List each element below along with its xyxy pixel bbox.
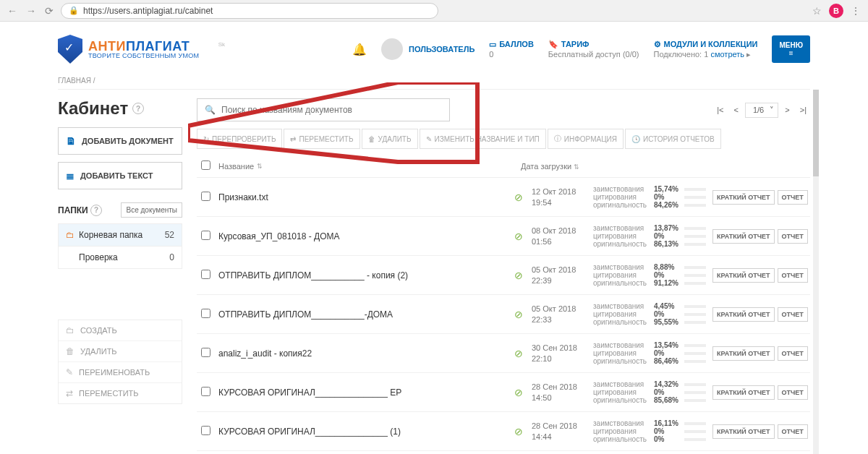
main-content: 🔍 |< < 1/6 ˅ > >| ↻ПЕРЕПРОВЕРИТЬ ⇄ПЕРЕМЕ… <box>197 98 810 454</box>
similarity-stats: заимствования14,32% цитирования0% оригин… <box>593 380 712 404</box>
row-checkbox[interactable] <box>201 309 210 318</box>
col-date[interactable]: Дата загрузки ⇅ <box>521 162 582 171</box>
pager-display[interactable]: 1/6 ˅ <box>745 103 778 118</box>
tariff-block[interactable]: 🔖ТАРИФ Бесплатный доступ (0/0) <box>548 39 639 60</box>
short-report-button[interactable]: КРАТКИЙ ОТЧЕТ <box>712 424 775 439</box>
full-report-button[interactable]: ОТЧЕТ <box>778 307 808 322</box>
scrollbar[interactable] <box>813 90 819 454</box>
tool-rename[interactable]: ✎ИЗМЕНИТЬ НАЗВАНИЕ И ТИП <box>420 129 546 149</box>
help-icon[interactable]: ? <box>90 205 102 216</box>
profile-avatar[interactable]: B <box>829 4 843 18</box>
document-name[interactable]: КУРСОВАЯ ОРИГИНАЛ_______________ (1) <box>218 427 514 437</box>
tag-icon: 🔖 <box>548 39 558 49</box>
help-icon[interactable]: ? <box>132 103 144 114</box>
status-ok-icon: ⊘ <box>514 192 532 203</box>
short-report-button[interactable]: КРАТКИЙ ОТЧЕТ <box>712 385 775 400</box>
breadcrumb[interactable]: ГЛАВНАЯ / <box>58 72 810 90</box>
row-checkbox[interactable] <box>201 270 210 279</box>
status-ok-icon: ⊘ <box>514 387 532 398</box>
folder-rename-button[interactable]: ✎ПЕРЕИМЕНОВАТЬ <box>59 362 182 383</box>
full-report-button[interactable]: ОТЧЕТ <box>778 190 808 205</box>
full-report-button[interactable]: ОТЧЕТ <box>778 268 808 283</box>
document-name[interactable]: ОТПРАВИТЬ ДИПЛОМ___________-ДОМА <box>218 309 514 320</box>
upload-date: 28 Сен 201814:50 <box>532 382 593 403</box>
row-checkbox[interactable] <box>201 387 210 396</box>
similarity-stats: заимствования16,11% цитирования0% оригин… <box>593 419 712 443</box>
folder-add-icon: 🗀 <box>66 325 75 335</box>
status-ok-icon: ⊘ <box>514 348 532 359</box>
tool-info[interactable]: ⓘИНФОРМАЦИЯ <box>548 129 624 149</box>
balance-block[interactable]: ▭БАЛЛОВ 0 <box>489 39 534 60</box>
table-footer: 52 документа Показывать по 10 20 50 100 … <box>197 451 810 454</box>
folder-delete-button[interactable]: 🗑УДАЛИТЬ <box>59 341 182 362</box>
tool-delete[interactable]: 🗑УДАЛИТЬ <box>362 129 418 149</box>
short-report-button[interactable]: КРАТКИЙ ОТЧЕТ <box>712 307 775 322</box>
shield-icon <box>58 35 82 64</box>
folder-create-button[interactable]: 🗀СОЗДАТЬ <box>59 320 182 341</box>
full-report-button[interactable]: ОТЧЕТ <box>778 385 808 400</box>
modules-block[interactable]: ⚙МОДУЛИ И КОЛЛЕКЦИИ Подключено: 1 смотре… <box>654 39 758 60</box>
folder-sub[interactable]: Проверка 0 <box>59 246 182 268</box>
documents-list: Признаки.txt ⊘ 12 Окт 201819:54 заимство… <box>197 178 810 451</box>
trash-icon: 🗑 <box>368 135 375 143</box>
document-name[interactable]: Курсовая_УП_081018 - ДОМА <box>218 231 514 241</box>
pager-next[interactable]: > <box>781 103 793 116</box>
document-name[interactable]: ОТПРАВИТЬ ДИПЛОМ___________ - копия (2) <box>218 270 514 280</box>
add-text-button[interactable]: ≣ ДОБАВИТЬ ТЕКСТ <box>58 162 182 189</box>
document-name[interactable]: КУРСОВАЯ ОРИГИНАЛ_______________ ЕР <box>218 387 514 398</box>
short-report-button[interactable]: КРАТКИЙ ОТЧЕТ <box>712 229 775 244</box>
full-report-button[interactable]: ОТЧЕТ <box>778 346 808 361</box>
menu-button[interactable]: МЕНЮ≡ <box>772 35 810 63</box>
folder-tree: 🗀Корневая папка 52 Проверка 0 <box>58 223 182 269</box>
forward-icon[interactable]: → <box>25 4 38 18</box>
select-all-checkbox[interactable] <box>201 160 210 170</box>
status-ok-icon: ⊘ <box>514 426 532 437</box>
col-name[interactable]: Название⇅ <box>218 162 503 171</box>
table-header: Название⇅ Дата загрузки ⇅ <box>197 155 810 178</box>
url-bar[interactable]: 🔒 https://users.antiplagiat.ru/cabinet <box>61 3 438 19</box>
browser-menu-icon[interactable]: ⋮ <box>849 4 862 18</box>
tool-history[interactable]: 🕓ИСТОРИЯ ОТЧЕТОВ <box>625 129 721 149</box>
similarity-stats: заимствования13,87% цитирования0% оригин… <box>593 224 712 248</box>
short-report-button[interactable]: КРАТКИЙ ОТЧЕТ <box>712 190 775 205</box>
row-checkbox[interactable] <box>201 192 210 201</box>
full-report-button[interactable]: ОТЧЕТ <box>778 229 808 244</box>
all-documents-button[interactable]: Все документы <box>121 202 182 218</box>
folder-actions: 🗀СОЗДАТЬ 🗑УДАЛИТЬ ✎ПЕРЕИМЕНОВАТЬ ⇄ПЕРЕМЕ… <box>58 320 182 404</box>
folder-root[interactable]: 🗀Корневая папка 52 <box>59 224 182 246</box>
pencil-icon: ✎ <box>66 367 73 377</box>
row-checkbox[interactable] <box>201 348 210 357</box>
bell-icon[interactable]: 🔔 <box>352 43 367 56</box>
sort-icon: ⇅ <box>257 163 263 170</box>
logo[interactable]: АНТИПЛАГИАТ ТВОРИТЕ СОБСТВЕННЫМ УМОМ <box>58 35 199 64</box>
short-report-button[interactable]: КРАТКИЙ ОТЧЕТ <box>712 346 775 361</box>
star-icon[interactable]: ☆ <box>811 4 823 18</box>
search-input[interactable] <box>221 105 442 115</box>
full-report-button[interactable]: ОТЧЕТ <box>778 424 808 439</box>
row-checkbox[interactable] <box>201 231 210 240</box>
row-checkbox[interactable] <box>201 426 210 435</box>
document-toolbar: ↻ПЕРЕПРОВЕРИТЬ ⇄ПЕРЕМЕСТИТЬ 🗑УДАЛИТЬ ✎ИЗ… <box>197 129 810 149</box>
table-row: Курсовая_УП_081018 - ДОМА ⊘ 08 Окт 20180… <box>197 217 810 256</box>
add-document-button[interactable]: 🗎 ДОБАВИТЬ ДОКУМЕНТ <box>58 127 182 155</box>
tool-move[interactable]: ⇄ПЕРЕМЕСТИТЬ <box>284 129 359 149</box>
back-icon[interactable]: ← <box>6 4 19 18</box>
pager-last[interactable]: >| <box>796 103 810 116</box>
pager-first[interactable]: |< <box>713 103 727 116</box>
user-block[interactable]: ПОЛЬЗОВАТЕЛЬ <box>381 38 475 60</box>
skolkovo-badge: Sk <box>213 41 229 57</box>
file-add-icon: 🗎 <box>66 135 76 147</box>
reload-icon[interactable]: ⟳ <box>43 4 55 18</box>
lock-icon: 🔒 <box>69 6 79 15</box>
similarity-stats: заимствования4,45% цитирования0% оригина… <box>593 302 712 326</box>
document-name[interactable]: Признаки.txt <box>218 192 514 202</box>
document-name[interactable]: analiz_i_audit - копия22 <box>218 348 514 359</box>
pager-prev[interactable]: < <box>730 103 741 116</box>
short-report-button[interactable]: КРАТКИЙ ОТЧЕТ <box>712 268 775 283</box>
table-row: Признаки.txt ⊘ 12 Окт 201819:54 заимство… <box>197 178 810 217</box>
search-input-wrap[interactable]: 🔍 <box>197 98 450 121</box>
user-avatar-icon <box>381 38 403 60</box>
tool-recheck[interactable]: ↻ПЕРЕПРОВЕРИТЬ <box>197 129 282 149</box>
folder-move-button[interactable]: ⇄ПЕРЕМЕСТИТЬ <box>59 383 182 403</box>
similarity-stats: заимствования15,74% цитирования0% оригин… <box>593 185 712 209</box>
